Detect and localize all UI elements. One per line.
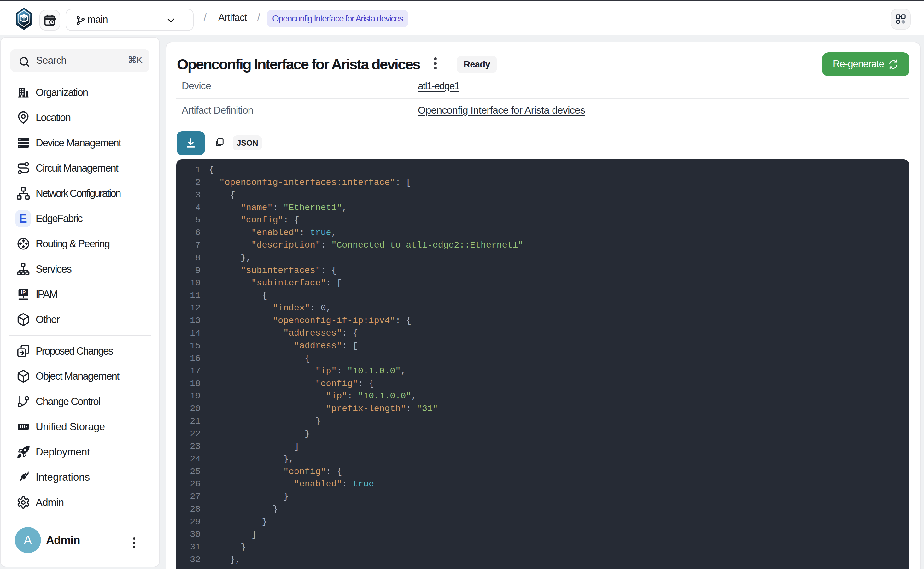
svg-text:IP: IP — [21, 290, 26, 295]
